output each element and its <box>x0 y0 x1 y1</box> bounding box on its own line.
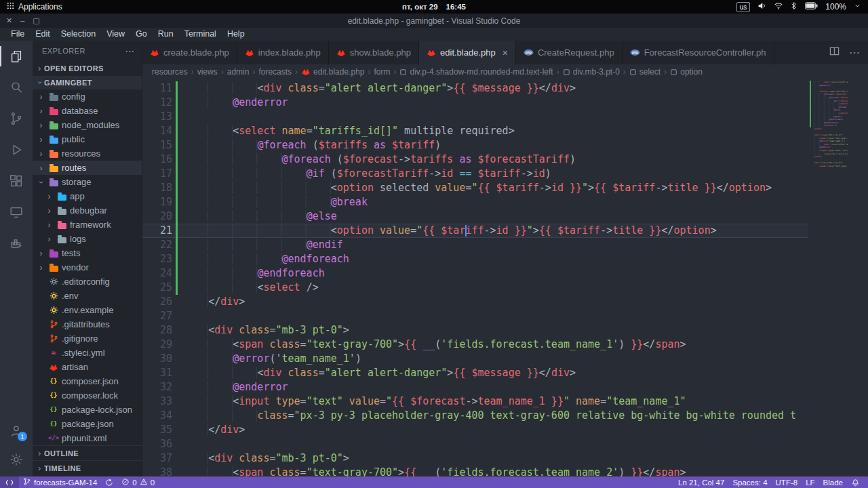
code-lines[interactable]: 11 <div class="alert alert-danger">{{ $m… <box>142 79 808 476</box>
code-line-18[interactable]: 18 <option selected value="{{ $tariff->i… <box>142 181 808 195</box>
breadcrumb-edit.blade.php[interactable]: edit.blade.php <box>301 67 364 77</box>
file-.styleci.yml[interactable]: ≈.styleci.yml <box>33 346 142 360</box>
folder-debugbar[interactable]: ›debugbar <box>33 203 142 218</box>
file-.gitignore[interactable]: .gitignore <box>33 331 142 346</box>
file-.env.example[interactable]: .env.example <box>33 303 142 317</box>
split-editor-icon[interactable] <box>829 46 840 59</box>
notifications-bell-icon[interactable] <box>847 476 864 488</box>
more-actions-icon[interactable]: ⋯ <box>125 45 136 56</box>
git-branch-button[interactable]: forecasts-GAM-14 <box>19 476 101 488</box>
folder-vendor[interactable]: ›vendor <box>33 260 142 274</box>
docker-icon[interactable] <box>0 228 33 259</box>
code-line-35[interactable]: 35 </div> <box>142 423 808 437</box>
folder-tests[interactable]: ›tests <box>33 246 142 260</box>
encoding-setting[interactable]: UTF-8 <box>772 476 802 488</box>
close-tab-icon[interactable]: × <box>502 47 508 58</box>
battery-icon[interactable] <box>805 2 818 12</box>
breadcrumb-admin[interactable]: admin <box>227 67 250 77</box>
code-line-33[interactable]: 33 <input type="text" value="{{ $forecas… <box>142 394 808 409</box>
folder-node_modules[interactable]: ›node_modules <box>33 118 142 132</box>
settings-gear-icon[interactable] <box>0 445 33 474</box>
code-line-32[interactable]: 32 @enderror <box>142 380 808 394</box>
file-.editorconfig[interactable]: .editorconfig <box>33 274 142 289</box>
folder-framework[interactable]: ›framework <box>33 218 142 232</box>
breadcrumb-div.p-4.shadow-md.rounded-md.text-left[interactable]: div.p-4.shadow-md.rounded-md.text-left <box>399 67 553 77</box>
folder-logs[interactable]: ›logs <box>33 232 142 246</box>
code-line-26[interactable]: 26 </div> <box>142 295 808 309</box>
breadcrumb-resources[interactable]: resources <box>152 67 188 77</box>
breadcrumb-div.mb-3.pt-0[interactable]: div.mb-3.pt-0 <box>563 67 620 77</box>
code-line-19[interactable]: 19 @break <box>142 195 808 209</box>
indentation-setting[interactable]: Spaces: 4 <box>728 476 771 488</box>
menu-help[interactable]: Help <box>222 28 250 41</box>
code-line-25[interactable]: 25 <select /> <box>142 281 808 295</box>
tab-index.blade.php[interactable]: index.blade.php <box>237 41 329 64</box>
code-line-27[interactable]: 27 <box>142 309 808 323</box>
breadcrumb-form[interactable]: form <box>374 67 390 77</box>
breadcrumb-forecasts[interactable]: forecasts <box>258 67 292 77</box>
chevron-down-icon[interactable] <box>854 2 861 12</box>
code-line-21[interactable]: 21 <option value="{{ $tariff->id }}">{{ … <box>142 224 808 238</box>
sync-button[interactable] <box>101 476 117 488</box>
tab-show.blade.php[interactable]: show.blade.php <box>329 41 419 64</box>
breadcrumb-select[interactable]: select <box>629 67 660 77</box>
code-line-12[interactable]: 12 @enderror <box>142 96 808 110</box>
extensions-icon[interactable] <box>0 165 33 197</box>
more-actions-icon[interactable]: ⋯ <box>849 46 860 59</box>
eol-setting[interactable]: LF <box>802 476 818 488</box>
code-line-34[interactable]: 34 class="px-3 py-3 placeholder-gray-400… <box>142 409 808 423</box>
tab-create.blade.php[interactable]: create.blade.php <box>142 41 237 64</box>
breadcrumb-option[interactable]: option <box>670 67 703 77</box>
language-mode[interactable]: Blade <box>819 476 847 488</box>
breadcrumb-views[interactable]: views <box>197 67 218 77</box>
code-line-15[interactable]: 15 @foreach ($tariffs as $tariff) <box>142 138 808 152</box>
clock[interactable]: пт, окт 29 16:45 <box>402 3 466 11</box>
code-line-17[interactable]: 17 @if ($forecastTariff->id == $tariff->… <box>142 167 808 181</box>
menu-edit[interactable]: Edit <box>30 28 56 41</box>
code-line-20[interactable]: 20 @else <box>142 209 808 224</box>
folder-storage[interactable]: ›storage <box>33 175 142 189</box>
keyboard-layout-indicator[interactable]: us <box>736 2 751 12</box>
code-line-22[interactable]: 22 @endif <box>142 238 808 252</box>
menu-file[interactable]: File <box>5 28 30 41</box>
timeline-section[interactable]: ›TIMELINE <box>33 460 142 475</box>
minimap[interactable]: <div class="alert alert-danger">{{ $mess… <box>810 79 848 476</box>
file-composer.json[interactable]: {}composer.json <box>33 374 142 388</box>
minimize-window-icon[interactable]: – <box>20 14 24 28</box>
tab-ForecastResourceController.ph[interactable]: phpForecastResourceController.ph <box>623 41 774 64</box>
folder-app[interactable]: ›app <box>33 189 142 203</box>
source-control-icon[interactable] <box>0 103 33 134</box>
file-phpunit.xml[interactable]: </>phpunit.xml <box>33 431 142 445</box>
explorer-icon[interactable] <box>0 41 33 72</box>
search-icon[interactable] <box>0 72 33 103</box>
menu-go[interactable]: Go <box>130 28 153 41</box>
code-line-28[interactable]: 28 <div class="mb-3 pt-0"> <box>142 323 808 338</box>
folder-public[interactable]: ›public <box>33 132 142 146</box>
remote-indicator[interactable] <box>0 476 19 488</box>
file-package-lock.json[interactable]: {}package-lock.json <box>33 403 142 417</box>
tab-edit.blade.php[interactable]: edit.blade.php× <box>419 41 516 64</box>
menu-run[interactable]: Run <box>153 28 179 41</box>
workspace-root[interactable]: ›GAMINGBET <box>33 76 142 89</box>
outline-section[interactable]: ›OUTLINE <box>33 445 142 460</box>
code-line-24[interactable]: 24 @endforeach <box>142 266 808 281</box>
folder-database[interactable]: ›database <box>33 104 142 118</box>
close-window-icon[interactable]: ✕ <box>6 14 12 28</box>
code-line-14[interactable]: 14 <select name="tariffs_id[]" multiple … <box>142 124 808 138</box>
code-line-29[interactable]: 29 <span class="text-gray-700">{{ __('fi… <box>142 338 808 352</box>
open-editors-section[interactable]: ›OPEN EDITORS <box>33 61 142 76</box>
folder-resources[interactable]: ›resources <box>33 146 142 161</box>
file-composer.lock[interactable]: {}composer.lock <box>33 388 142 403</box>
folder-routes[interactable]: ›routes <box>33 161 142 175</box>
menu-terminal[interactable]: Terminal <box>179 28 222 41</box>
maximize-window-icon[interactable]: ▢ <box>33 14 39 28</box>
tab-CreateRequest.php[interactable]: phpCreateRequest.php <box>516 41 623 64</box>
file-package.json[interactable]: {}package.json <box>33 417 142 431</box>
code-line-38[interactable]: 38 <span class="text-gray-700">{{ __('fi… <box>142 466 808 476</box>
code-line-36[interactable]: 36 <box>142 437 808 451</box>
volume-icon[interactable] <box>757 1 766 12</box>
file-.env[interactable]: .env <box>33 289 142 303</box>
code-line-11[interactable]: 11 <div class="alert alert-danger">{{ $m… <box>142 81 808 96</box>
run-debug-icon[interactable] <box>0 134 33 165</box>
code-line-37[interactable]: 37 <div class="mb-3 pt-0"> <box>142 451 808 466</box>
